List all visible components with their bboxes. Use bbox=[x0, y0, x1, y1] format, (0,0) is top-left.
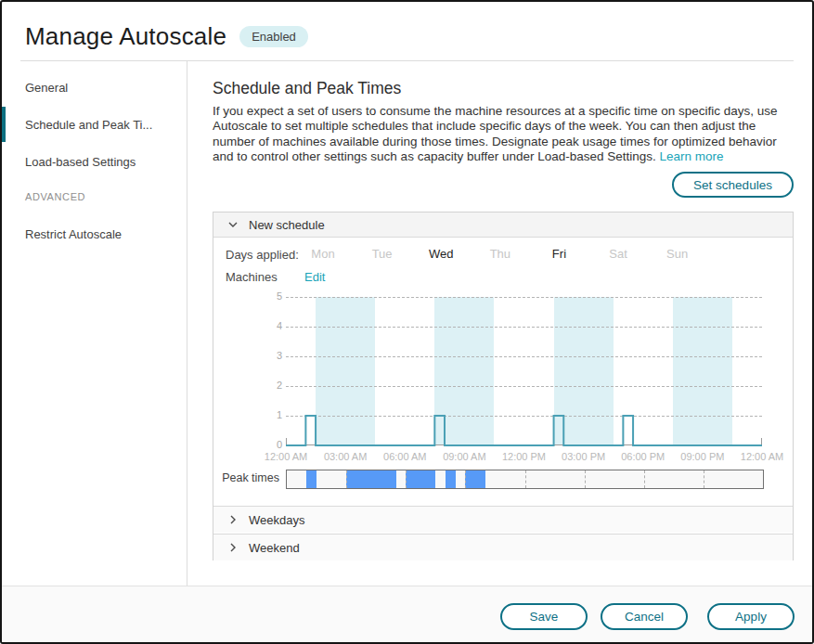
accordion-weekend-label: Weekend bbox=[249, 541, 300, 555]
y-tick-0: 0 bbox=[260, 439, 282, 450]
peak-time-segment bbox=[306, 470, 317, 488]
sidebar-item-schedule-and-peak-ti[interactable]: Schedule and Peak Ti... bbox=[2, 107, 186, 142]
y-tick-3: 3 bbox=[260, 350, 282, 361]
machines-edit-link[interactable]: Edit bbox=[304, 270, 325, 284]
peak-times-label: Peak times bbox=[214, 471, 279, 484]
x-tick-4: 12:00 PM bbox=[502, 451, 546, 462]
cancel-button[interactable]: Cancel bbox=[601, 603, 688, 630]
x-tick-3: 09:00 AM bbox=[443, 451, 485, 462]
peak-time-segment bbox=[446, 470, 456, 488]
sidebar-item-load-based-settings[interactable]: Load-based Settings bbox=[2, 144, 186, 179]
peak-time-segment bbox=[346, 470, 395, 488]
sidebar-item-general[interactable]: General bbox=[2, 70, 186, 105]
peak-bar-separator bbox=[465, 470, 466, 488]
page-title: Manage Autoscale bbox=[25, 22, 226, 51]
chevron-down-icon bbox=[227, 219, 239, 230]
accordion-new-schedule[interactable]: New schedule bbox=[213, 213, 793, 238]
accordion-weekdays-label: Weekdays bbox=[249, 513, 304, 527]
day-label-wed: Wed bbox=[429, 247, 454, 261]
peak-bar-separator bbox=[525, 470, 526, 488]
x-tick-8: 12:00 AM bbox=[741, 451, 783, 462]
sidebar-item-restrict-autoscale[interactable]: Restrict Autoscale bbox=[2, 216, 186, 251]
accordion-weekend[interactable]: Weekend bbox=[213, 534, 793, 560]
machines-step-line bbox=[286, 297, 762, 445]
peak-bar-separator bbox=[704, 470, 704, 488]
sidebar-section-advanced: ADVANCED bbox=[25, 191, 85, 202]
content-description: If you expect a set of users to consume … bbox=[213, 104, 801, 165]
peak-times-bar[interactable] bbox=[286, 470, 764, 489]
content-heading: Schedule and Peak Times bbox=[213, 79, 401, 98]
day-label-tue: Tue bbox=[372, 247, 393, 261]
day-label-sat: Sat bbox=[609, 247, 627, 261]
peak-bar-separator bbox=[644, 470, 645, 488]
learn-more-link[interactable]: Learn more bbox=[660, 149, 724, 163]
y-tick-2: 2 bbox=[260, 380, 282, 391]
x-tick-6: 06:00 PM bbox=[621, 451, 665, 462]
status-badge: Enabled bbox=[239, 26, 308, 47]
apply-button[interactable]: Apply bbox=[707, 603, 795, 630]
peak-time-segment bbox=[465, 470, 485, 488]
sidebar: GeneralSchedule and Peak Ti...Load-based… bbox=[2, 61, 187, 586]
day-label-mon: Mon bbox=[311, 247, 334, 261]
footer: SaveCancelApply bbox=[2, 586, 812, 642]
accordion-new-schedule-label: New schedule bbox=[249, 218, 325, 232]
x-tick-2: 06:00 AM bbox=[383, 451, 426, 462]
schedule-card: New schedule Days applied: MonTueWedThuF… bbox=[213, 212, 794, 560]
peak-bar-separator bbox=[406, 470, 407, 488]
chevron-right-icon bbox=[227, 514, 239, 525]
x-tick-7: 09:00 PM bbox=[680, 451, 724, 462]
schedule-chart-plot: 12:00 AM03:00 AM06:00 AM09:00 AM12:00 PM… bbox=[286, 297, 762, 445]
manage-autoscale-dialog: Manage Autoscale Enabled GeneralSchedule… bbox=[0, 0, 814, 644]
x-tick-5: 03:00 PM bbox=[562, 451, 605, 462]
chevron-right-icon bbox=[227, 542, 239, 553]
day-label-thu: Thu bbox=[490, 247, 510, 261]
y-tick-4: 4 bbox=[260, 320, 282, 331]
machines-label: Machines bbox=[226, 270, 278, 284]
days-applied-row: MonTueWedThuFriSatSun bbox=[286, 247, 762, 262]
peak-bar-separator bbox=[585, 470, 586, 488]
y-tick-1: 1 bbox=[260, 409, 282, 420]
day-label-fri: Fri bbox=[552, 247, 566, 261]
x-tick-0: 12:00 AM bbox=[265, 451, 307, 462]
set-schedules-button[interactable]: Set schedules bbox=[672, 172, 794, 198]
x-tick-1: 03:00 AM bbox=[324, 451, 367, 462]
day-label-sun: Sun bbox=[666, 247, 688, 261]
peak-time-segment bbox=[406, 470, 435, 488]
save-button[interactable]: Save bbox=[500, 603, 588, 630]
y-tick-5: 5 bbox=[260, 290, 282, 302]
dialog-header: Manage Autoscale Enabled bbox=[25, 22, 308, 51]
accordion-weekdays[interactable]: Weekdays bbox=[213, 506, 793, 533]
peak-bar-separator bbox=[346, 470, 347, 488]
